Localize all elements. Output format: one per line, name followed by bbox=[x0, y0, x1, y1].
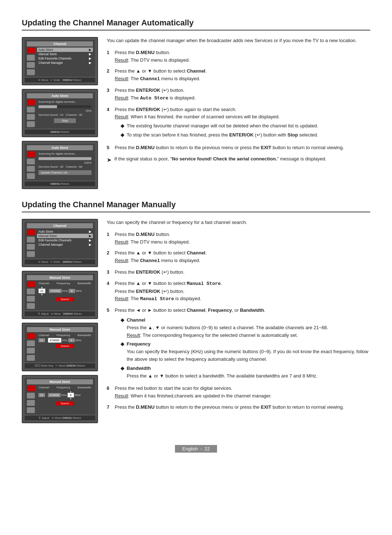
tv-screen-1: Channel Auto Store ▶ Manual Store ▶ Edit… bbox=[22, 37, 98, 85]
step1-4-num: 4 bbox=[107, 106, 112, 140]
icon-13 bbox=[27, 229, 35, 235]
icon-19 bbox=[27, 296, 35, 302]
tv-screen-4: Channel Auto Store ▶ Manual Store ▶ Edit… bbox=[22, 219, 98, 267]
icon-16 bbox=[27, 251, 35, 257]
manual-store-headers-2: ChannelFrequencyBandwidth bbox=[37, 333, 93, 337]
section1-title: Updating the Channel Manager Automatical… bbox=[22, 18, 370, 30]
stop-button-1: Stop bbox=[54, 118, 76, 123]
screen6-footer: ⓪① Enter freq ⇔ Move DMENU Return bbox=[25, 363, 95, 368]
section1-text: You can update the channel manager when … bbox=[107, 37, 370, 189]
step1-1: 1 Press the D.MENU button. Result: The D… bbox=[107, 49, 370, 64]
step2-7-num: 7 bbox=[107, 404, 112, 411]
page-number: 22 bbox=[204, 446, 209, 452]
screen5-footer: ⇕ Adjust ⇔ Move DMENU Return bbox=[25, 311, 95, 316]
search-button-1: Search bbox=[56, 297, 74, 301]
freq-field-2: 474000 bbox=[48, 338, 61, 343]
manual-store-headers-1: ChannelFrequencyBandwidth bbox=[37, 281, 93, 285]
section1-screens: Channel Auto Store ▶ Manual Store ▶ Edit… bbox=[22, 37, 98, 189]
step2-5-num: 5 bbox=[107, 307, 112, 381]
bullet2-channel: ◆ Channel Press the ▲, ▼ or numeric butt… bbox=[121, 316, 370, 339]
icon-23 bbox=[27, 348, 35, 354]
screen1-footer: ⇔ Move ↵ Enter DMENU Return bbox=[25, 78, 95, 82]
icon-2 bbox=[27, 55, 35, 61]
manual-store-headers-3: ChannelFrequencyBandwidth bbox=[37, 385, 93, 389]
step1-5: 5 Press the D.MENU button to return to t… bbox=[107, 144, 370, 152]
step1-2: 2 Press the ▲ or ▼ button to select Chan… bbox=[107, 68, 370, 83]
scan-text-1: Scanning for digital services... bbox=[37, 99, 93, 104]
icon-24 bbox=[27, 355, 35, 361]
bw-field-2: 8 bbox=[68, 338, 75, 342]
step1-4-body: Press the ENTER/OK (↵) button again to s… bbox=[115, 106, 370, 140]
section1-intro: You can update the channel manager when … bbox=[107, 37, 370, 45]
manual-store-fields-2: 21 474000 KHz 8 MHz bbox=[37, 337, 93, 343]
icon-7 bbox=[27, 114, 35, 120]
step1-3: 3 Press the ENTER/OK (↵) button. Result:… bbox=[107, 87, 370, 102]
section2-screens: Channel Auto Store ▶ Manual Store ▶ Edit… bbox=[22, 219, 98, 423]
tv-screen-5: Manual Store ChannelFrequencyBandwidth bbox=[22, 271, 98, 319]
channel-field-2: 21 bbox=[38, 338, 45, 342]
step2-3-num: 3 bbox=[107, 269, 112, 276]
tv-screen-3: Auto Store Scanning for digital services… bbox=[22, 141, 98, 189]
scan-text-2: Scanning for digital services... bbox=[37, 151, 93, 156]
footer: English - 22 bbox=[22, 434, 370, 453]
icon-22 bbox=[27, 340, 35, 346]
bw-field-1: 8 bbox=[69, 289, 75, 293]
tv-screen-2: Auto Store Scanning for digital services… bbox=[22, 89, 98, 137]
step1-5-body: Press the D.MENU button to return to the… bbox=[115, 144, 370, 152]
bullet1-1: ◆ The existing favourite channel manager… bbox=[121, 122, 370, 130]
step1-4: 4 Press the ENTER/OK (↵) button again to… bbox=[107, 106, 370, 140]
icon-1 bbox=[27, 48, 35, 53]
section2: Updating the Channel Manager Manually Ch… bbox=[22, 200, 370, 423]
step2-6: 6 Press the red button to start the scan… bbox=[107, 385, 370, 400]
step2-2: 2 Press the ▲ or ▼ button to select Chan… bbox=[107, 249, 370, 265]
section1-note: ➤ If the signal status is poor, "No serv… bbox=[107, 155, 370, 165]
step2-1-body: Press the D.MENU button. Result: The DTV… bbox=[115, 231, 370, 246]
icon-4 bbox=[27, 69, 35, 75]
step1-2-num: 2 bbox=[107, 68, 112, 83]
section1: Updating the Channel Manager Automatical… bbox=[22, 18, 370, 189]
step2-7: 7 Press the D.MENU button to return to t… bbox=[107, 404, 370, 411]
progress-bar-2 bbox=[38, 157, 91, 160]
step2-4-body: Press the ▲ or ▼ button to select Manual… bbox=[115, 280, 370, 303]
icon-20 bbox=[27, 303, 35, 309]
search-button-2: Search bbox=[56, 344, 74, 348]
bw-field-3: 8 bbox=[68, 393, 74, 397]
tv-screen-7: Manual Store ChannelFrequencyBandwidth bbox=[22, 375, 98, 423]
step2-5: 5 Press the ◄ or ► button to select Chan… bbox=[107, 307, 370, 381]
icon-6 bbox=[27, 107, 35, 113]
language-text: English bbox=[182, 446, 198, 452]
icon-14 bbox=[27, 237, 35, 242]
step2-5-body: Press the ◄ or ► button to select Channe… bbox=[115, 307, 370, 381]
screen2-footer: DMENU Return bbox=[25, 130, 95, 134]
search-button-3: Search bbox=[56, 401, 74, 405]
progress-bar-1 bbox=[38, 105, 91, 108]
icon-28 bbox=[27, 407, 35, 413]
screen4-footer: ⇔ Move ↵ Enter DMENU Return bbox=[25, 260, 95, 264]
step2-1-num: 1 bbox=[107, 231, 112, 246]
icon-25 bbox=[27, 385, 35, 391]
icon-10 bbox=[27, 159, 35, 164]
step1-2-body: Press the ▲ or ▼ button to select Channe… bbox=[115, 68, 370, 83]
step2-4: 4 Press the ▲ or ▼ button to select Manu… bbox=[107, 280, 370, 303]
step2-2-num: 2 bbox=[107, 249, 112, 265]
step1-5-num: 5 bbox=[107, 144, 112, 152]
screen7-footer: ⇕ Adjust ⇔ Move DMENU Return bbox=[25, 416, 95, 420]
icon-9 bbox=[27, 151, 35, 157]
footer-language-label: English - 22 bbox=[175, 445, 217, 453]
step2-2-body: Press the ▲ or ▼ button to select Channe… bbox=[115, 249, 370, 265]
icon-18 bbox=[27, 289, 35, 294]
manual-store-fields-3: 21 474000 KHz ▲ 8 ▼ MHz bbox=[37, 389, 93, 401]
step1-3-num: 3 bbox=[107, 87, 112, 102]
step2-7-body: Press the D.MENU button to return to the… bbox=[115, 404, 370, 411]
icon-27 bbox=[27, 400, 35, 406]
icon-21 bbox=[27, 333, 35, 339]
icon-15 bbox=[27, 244, 35, 250]
screen3-footer: DMENU Return bbox=[25, 181, 95, 186]
step2-3-body: Press the ENTER/OK (↵) button. bbox=[115, 269, 370, 276]
section2-text: You can specify the channel or frequency… bbox=[107, 219, 370, 423]
channel-field-1: 21 bbox=[38, 289, 45, 293]
tv-screen-6: Manual Store ChannelFrequencyBandwidth bbox=[22, 323, 98, 371]
step2-4-num: 4 bbox=[107, 280, 112, 303]
step2-6-num: 6 bbox=[107, 385, 112, 400]
update-channel-list-btn: Update Channel List... bbox=[38, 170, 91, 175]
